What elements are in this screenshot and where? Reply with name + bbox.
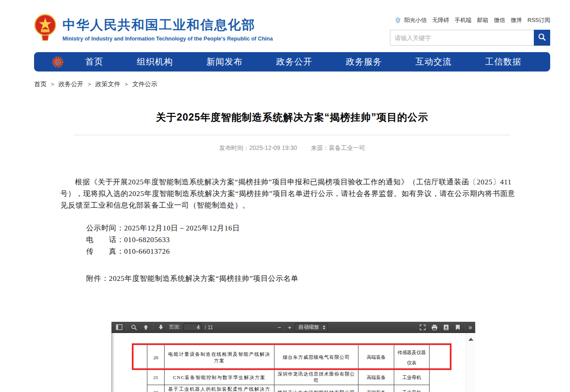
quick-link-rss[interactable]: RSS订阅	[527, 16, 550, 24]
nav-item-organization[interactable]: 组织机构	[137, 56, 173, 68]
pdf-page-content: 20 电能计量设备制造在线检测及智能产线解决方案 烟台东方威思顿电气有限公司 高…	[112, 333, 475, 392]
table-row: 22 基于工业机器人的机加装配柔性产线解决方案 滕州市山东大汉智能科技有限公司 …	[147, 385, 430, 392]
project-table: 20 电能计量设备制造在线检测及智能产线解决方案 烟台东方威思顿电气有限公司 高…	[147, 345, 430, 392]
page-number-input[interactable]	[184, 324, 202, 331]
nav-item-interaction[interactable]: 互动交流	[415, 56, 452, 68]
site-header: 中华人民共和国工业和信息化部 Ministry of Industry and …	[34, 0, 550, 46]
download-icon[interactable]	[442, 323, 450, 332]
article-meta: 发布时间：2025-12-09 19:30 来源：装备工业一司	[34, 144, 550, 152]
search-button[interactable]	[534, 30, 550, 46]
cell-company: 滕州市山东大汉智能科技有限公司	[274, 385, 358, 392]
quick-links: 阳光小信 无障碍 手机端 邮箱 微信 微博 RSS订阅	[390, 16, 550, 24]
pdf-toolbar: 页面: / 11 − + 自动缩放	[112, 322, 475, 333]
header-right: 阳光小信 无障碍 手机端 邮箱 微信 微博 RSS订阅	[390, 14, 550, 46]
breadcrumb: 首页 > 政务公开 > 政策文件 > 文件公示	[34, 80, 550, 88]
cell-name: 基于工业机器人的机加装配柔性产线解决方案	[165, 385, 274, 392]
publish-time: 发布时间：2025-12-09 19:30	[219, 144, 297, 151]
attachment-line: 附件：2025年度智能制造系统解决方案“揭榜挂帅”项目公示名单	[60, 273, 517, 284]
site-title: 中华人民共和国工业和信息化部	[62, 16, 273, 34]
nav-item-data[interactable]: 工信数据	[485, 56, 521, 68]
scroll-up-icon[interactable]	[468, 338, 473, 341]
cell-industry: 传感器及仪器仪表	[394, 345, 430, 370]
breadcrumb-separator: >	[51, 81, 54, 87]
toolbar-divider	[126, 324, 127, 331]
miit-gear-logo-icon: e	[51, 56, 64, 68]
breadcrumb-separator: >	[88, 81, 91, 87]
zoom-out-icon[interactable]: −	[277, 324, 281, 330]
page-title: 关于2025年度智能制造系统解决方案“揭榜挂帅”项目的公示	[34, 111, 550, 124]
toolbar-divider	[153, 324, 153, 331]
breadcrumb-file-notice[interactable]: 文件公示	[132, 81, 157, 87]
select-arrows-icon	[323, 325, 325, 330]
zoom-mode-value: 自动缩放	[299, 324, 319, 331]
zoom-in-icon[interactable]: +	[288, 324, 292, 330]
table-row: 21 CNC装备智能控制与数字孪生解决方案 深圳华龙讯达信息技术股份有限公司 高…	[147, 370, 430, 385]
toolbar-divider	[284, 324, 285, 331]
cell-company: 深圳华龙讯达信息技术股份有限公司	[274, 370, 358, 385]
presentation-mode-icon[interactable]	[418, 323, 427, 332]
main-nav: e 首页 组织机构 新闻发布 政务公开 政务服务 互动交流 工信数据	[34, 52, 550, 72]
search-bar	[390, 30, 550, 46]
cell-name: 电能计量设备制造在线检测及智能产线解决方案	[165, 345, 274, 370]
print-icon[interactable]	[430, 323, 439, 332]
quick-link-mail[interactable]: 邮箱	[477, 16, 488, 24]
fax-line: 传 真：010-66013726	[86, 246, 517, 257]
nav-item-news[interactable]: 新闻发布	[206, 56, 243, 68]
cell-industry: 工业母机	[394, 385, 430, 392]
sidebar-toggle-icon[interactable]	[115, 323, 123, 332]
cell-category: 高端装备	[358, 370, 394, 385]
national-emblem-icon	[34, 14, 56, 44]
zoom-mode-select[interactable]: 自动缩放	[295, 323, 328, 331]
article-paragraph: 根据《关于开展2025年度智能制造系统解决方案“揭榜挂帅”项目申报和已揭榜项目验…	[60, 176, 517, 211]
breadcrumb-home[interactable]: 首页	[34, 81, 47, 87]
site-subtitle: Ministry of Industry and Information Tec…	[62, 36, 273, 42]
page-container: 中华人民共和国工业和信息化部 Ministry of Industry and …	[34, 0, 550, 284]
article-body: 根据《关于开展2025年度智能制造系统解决方案“揭榜挂帅”项目申报和已揭榜项目验…	[60, 176, 517, 284]
page-label: 页面:	[169, 324, 181, 331]
nav-items: 首页 组织机构 新闻发布 政务公开 政务服务 互动交流 工信数据	[69, 56, 538, 68]
next-page-icon[interactable]	[156, 323, 165, 332]
page-total: / 11	[205, 324, 213, 330]
search-input[interactable]	[390, 30, 534, 46]
breadcrumb-separator: >	[125, 81, 128, 87]
breadcrumb-gov-disclosure[interactable]: 政务公开	[59, 81, 84, 87]
notice-period-line: 公示时间：2025年12月10日－2025年12月16日	[86, 222, 517, 234]
search-icon	[538, 33, 546, 43]
cell-category: 高端装备	[358, 345, 394, 370]
sunshine-xiaoxin-icon	[395, 17, 401, 24]
title-divider	[74, 135, 510, 135]
cell-no: 20	[147, 345, 165, 370]
cell-company: 烟台东方威思顿电气有限公司	[274, 345, 358, 370]
find-icon[interactable]	[130, 323, 138, 332]
attachment-link[interactable]: 附件：2025年度智能制造系统解决方案“揭榜挂帅”项目公示名单	[86, 274, 299, 283]
quick-link-sunshine[interactable]: 阳光小信	[404, 16, 427, 24]
more-tools-icon[interactable]: »	[468, 324, 472, 331]
pdf-scrollbar[interactable]	[466, 333, 475, 392]
nav-item-gov-disclosure[interactable]: 政务公开	[276, 56, 312, 68]
site-logo[interactable]: 中华人民共和国工业和信息化部 Ministry of Industry and …	[34, 14, 273, 44]
svg-text:e: e	[56, 58, 59, 66]
bookmark-icon[interactable]	[453, 323, 462, 332]
quick-link-weibo[interactable]: 微博	[511, 16, 522, 24]
quick-link-wechat[interactable]: 微信	[494, 16, 505, 24]
cell-no: 22	[147, 385, 165, 392]
previous-page-icon[interactable]	[141, 323, 150, 332]
phone-line: 电 话：010-68205633	[86, 234, 517, 246]
quick-link-accessibility[interactable]: 无障碍	[432, 16, 449, 24]
nav-item-home[interactable]: 首页	[85, 56, 103, 68]
quick-link-mobile[interactable]: 手机端	[455, 16, 471, 24]
table-row: 20 电能计量设备制造在线检测及智能产线解决方案 烟台东方威思顿电气有限公司 高…	[147, 345, 430, 370]
breadcrumb-policy-files[interactable]: 政策文件	[95, 81, 120, 87]
cell-industry: 工业母机	[394, 370, 430, 385]
article-source: 来源：装备工业一司	[311, 144, 365, 151]
nav-item-gov-services[interactable]: 政务服务	[346, 56, 382, 68]
cell-name: CNC装备智能控制与数字孪生解决方案	[165, 370, 274, 385]
pdf-viewer: 页面: / 11 − + 自动缩放	[111, 322, 475, 392]
cell-no: 21	[147, 370, 165, 385]
toolbar-divider	[465, 324, 465, 331]
contact-block: 公示时间：2025年12月10日－2025年12月16日 电 话：010-682…	[60, 222, 517, 257]
cell-category: 高端装备	[358, 385, 394, 392]
